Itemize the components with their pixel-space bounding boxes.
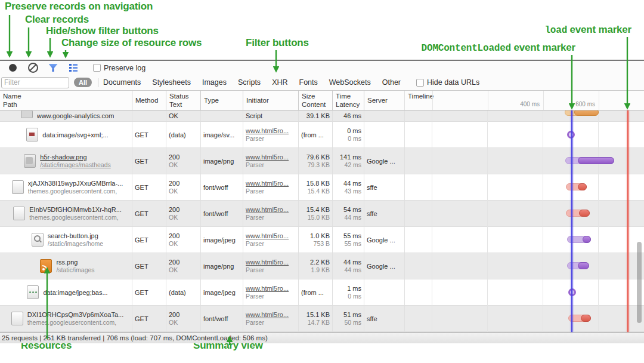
header-initiator[interactable]: Initiator	[243, 91, 298, 110]
status-text: OK	[169, 161, 198, 169]
header-time[interactable]: TimeLatency	[332, 91, 364, 110]
hide-data-urls-checkbox[interactable]	[416, 79, 424, 87]
initiator-link[interactable]: www.html5ro...	[246, 310, 296, 319]
filter-type-other[interactable]: Other	[382, 78, 401, 87]
filter-type-documents[interactable]: Documents	[103, 78, 141, 87]
size-value: (from ...	[301, 288, 330, 297]
table-row[interactable]: search-button.jpg/static/images/homeGET2…	[0, 227, 644, 253]
type-cell: image/jpeg	[200, 227, 243, 253]
time-value: 0 ms	[347, 127, 361, 135]
type-value: font/woff	[203, 183, 240, 192]
request-name[interactable]: h5r-shadow.png	[40, 153, 110, 161]
table-row[interactable]: EInbV5DfGHOiMmvb1Xr-hqR...themes.googleu…	[0, 201, 644, 227]
request-path: /static/images/home	[48, 240, 103, 248]
initiator-link[interactable]: www.html5ro...	[246, 258, 296, 266]
request-name[interactable]: rss.png	[56, 258, 94, 266]
filter-type-scripts[interactable]: Scripts	[238, 78, 261, 87]
record-button[interactable]	[5, 62, 20, 74]
type-cell: font/woff	[200, 174, 243, 200]
method-cell: GET	[132, 279, 166, 305]
request-name[interactable]: data:image/jpeg;bas...	[43, 288, 107, 297]
initiator-link[interactable]: www.html5ro...	[246, 127, 296, 135]
initiator-cell: www.html5ro...Parser	[243, 306, 298, 331]
waterfall-bar	[581, 315, 591, 322]
request-name[interactable]: search-button.jpg	[48, 232, 103, 240]
request-path: /static/images/mastheads	[40, 161, 110, 169]
server-value: Google ...	[367, 157, 402, 165]
image-preview-icon	[24, 154, 36, 168]
timeline-cell	[404, 110, 644, 121]
request-name[interactable]: data:image/svg+xml;...	[42, 131, 108, 139]
header-status[interactable]: StatusText	[166, 91, 200, 110]
table-row[interactable]: DXI1ORHCpsQm3Vp6mXoaTa...themes.googleus…	[0, 306, 644, 332]
time-cell: 44 ms44 ms	[332, 253, 364, 279]
timeline-cell	[404, 148, 644, 174]
network-panel: Preserve log All DocumentsStylesheetsIma…	[0, 60, 644, 343]
filter-all-button[interactable]: All	[74, 78, 92, 87]
resource-row-size-button[interactable]	[66, 62, 81, 74]
name-cell: h5r-shadow.png/static/images/mastheads	[0, 148, 132, 174]
header-server[interactable]: Server	[364, 91, 404, 110]
request-name[interactable]: www.google-analytics.com	[37, 112, 114, 120]
initiator-link[interactable]: www.html5ro...	[246, 153, 296, 161]
type-cell: font/woff	[200, 201, 243, 226]
type-cell: image/png	[200, 148, 243, 174]
initiator-link[interactable]: www.html5ro...	[246, 179, 296, 187]
status-code: 200	[169, 153, 198, 161]
annotation-clear-records: Clear records	[25, 14, 89, 26]
annotation-hide-show-filters: Hide/show filter buttons	[46, 25, 159, 37]
header-size[interactable]: SizeContent	[298, 91, 332, 110]
filter-type-xhr[interactable]: XHR	[272, 78, 287, 87]
filter-toggle-button[interactable]	[45, 62, 61, 74]
header-type[interactable]: Type	[200, 91, 243, 110]
image-preview-icon	[27, 285, 39, 299]
initiator-sub: Parser	[246, 161, 296, 169]
header-method[interactable]: Method	[132, 91, 166, 110]
type-value: image/png	[203, 262, 240, 270]
size-value: 1.0 KB	[310, 232, 330, 240]
waterfall-bar	[578, 157, 614, 164]
size-cell: 2.2 KB1.9 KB	[298, 253, 332, 279]
table-row[interactable]: xjAJXh38I15wypJXxuGMBrrla-...themes.goog…	[0, 174, 644, 201]
initiator-link[interactable]: www.html5ro...	[246, 232, 296, 240]
filter-type-fonts[interactable]: Fonts	[299, 78, 318, 87]
request-name[interactable]: DXI1ORHCpsQm3Vp6mXoaTa...	[27, 310, 123, 319]
header-name[interactable]: NamePath	[0, 91, 132, 110]
clear-button[interactable]	[25, 62, 41, 74]
initiator-link[interactable]: www.html5ro...	[246, 284, 296, 293]
preserve-log-label: Preserve log	[104, 64, 145, 72]
timeline-cell	[404, 227, 644, 253]
initiator-link[interactable]: www.html5ro...	[246, 205, 296, 214]
name-text: h5r-shadow.png/static/images/mastheads	[40, 153, 110, 169]
header-timeline[interactable]: Timeline400 ms600 ms	[404, 91, 644, 110]
table-row[interactable]: rss.png/static/imagesGET200OKimage/pngww…	[0, 253, 644, 279]
table-row[interactable]: data:image/jpeg;bas...GET(data)image/jpe…	[0, 279, 644, 306]
filter-input[interactable]	[1, 77, 69, 88]
filter-type-stylesheets[interactable]: Stylesheets	[152, 78, 191, 87]
time-cell: 0 ms0 ms	[332, 122, 364, 147]
method-value: GET	[135, 288, 163, 297]
preserve-log-checkbox[interactable]	[93, 64, 101, 72]
initiator-cell: www.html5ro...Parser	[243, 174, 298, 200]
initiator-sub: Parser	[246, 240, 296, 248]
size-cell: 15.1 KB14.7 KB	[298, 306, 332, 331]
status-cell: 200OK	[166, 306, 200, 331]
waterfall-bar	[578, 262, 589, 269]
summary-text: 25 requests | 251 KB transferred | 706 m…	[2, 334, 268, 342]
timeline-gridline	[599, 91, 599, 110]
scrollbar-thumb[interactable]	[637, 242, 642, 323]
time-cell: 54 ms44 ms	[332, 201, 364, 226]
filter-type-images[interactable]: Images	[202, 78, 227, 87]
table-row[interactable]: www.google-analytics.comOKScript39.1 KB4…	[0, 110, 644, 122]
initiator-sub: Parser	[246, 319, 296, 327]
request-name[interactable]: EInbV5DfGHOiMmvb1Xr-hqR...	[29, 205, 122, 214]
server-value: sffe	[367, 210, 402, 218]
filter-type-websockets[interactable]: WebSockets	[329, 78, 371, 87]
table-row[interactable]: h5r-shadow.png/static/images/mastheadsGE…	[0, 148, 644, 174]
status-cell: 200OK	[166, 148, 200, 174]
status-text: OK	[169, 266, 198, 274]
table-row[interactable]: data:image/svg+xml;...GET(data)image/sv.…	[0, 122, 644, 148]
status-text: OK	[169, 187, 198, 195]
request-name[interactable]: xjAJXh38I15wypJXxuGMBrrla-...	[28, 179, 123, 187]
name-text: www.google-analytics.com	[37, 112, 114, 120]
